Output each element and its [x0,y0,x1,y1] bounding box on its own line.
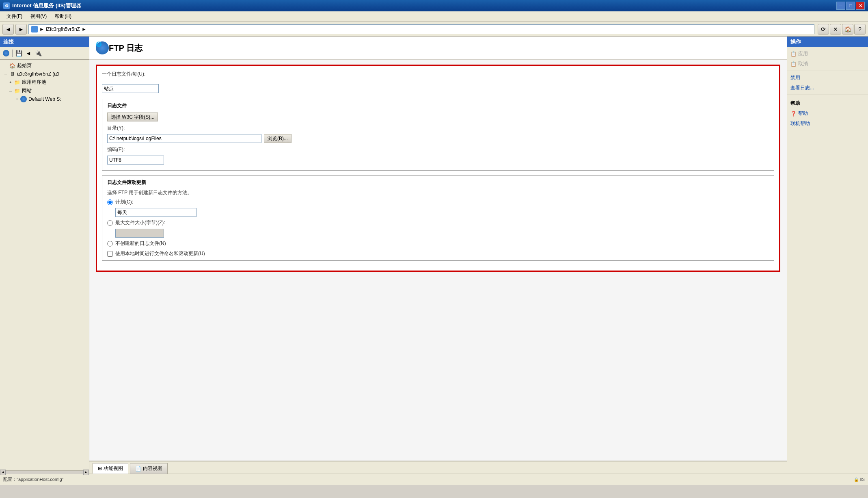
stop-button[interactable]: ✕ [830,24,841,35]
log-file-group: 日志文件 选择 W3C 字段(S)... 目录(Y): 浏览(B)... 编码(… [102,99,774,171]
action-divider2 [787,95,868,95]
encoding-select[interactable]: UTF8 ANSI [107,156,164,165]
action-apply[interactable]: 📋 应用 [787,49,868,59]
tree-item-sites[interactable]: ─ 📁 网站 [2,87,87,95]
forward-button[interactable]: ► [15,24,27,35]
rollover-desc-row: 选择 FTP 用于创建新日志文件的方法。 [107,189,769,196]
encoding-row: 编码(E): [107,146,769,153]
max-size-radio-item: 最大文件大小(字节)(Z): [107,219,769,226]
sidebar-tree: 🏠 起始页 ─ 🖥 iZfc3rgfh5vr5nZ (iZf + 📁 应用程序池… [0,60,89,470]
action-help[interactable]: ❓ 帮助 [787,108,868,119]
sidebar-header: 连接 [0,37,89,47]
browse-button[interactable]: 浏览(B)... [264,134,291,143]
sidebar-connect-icon[interactable]: 🔌 [34,49,43,58]
cancel-icon: 📋 [790,61,797,67]
schedule-select[interactable]: 每天 每小时 每周 每月 [115,208,196,217]
encoding-dropdown-wrapper: UTF8 ANSI [107,156,164,165]
action-onlinehelp[interactable]: 联机帮助 [787,119,868,129]
help-section: 帮助 ❓ 帮助 联机帮助 [787,98,868,129]
directory-label: 目录(Y): [107,125,125,132]
content-header: 🌐 FTP 日志 [89,37,787,60]
status-right: 🔒 IIS [854,477,865,482]
rollover-title: 日志文件滚动更新 [107,179,769,186]
local-time-label: 使用本地时间进行文件命名和滚动更新(U) [115,250,205,257]
content-area: 🌐 FTP 日志 一个日志文件/每(U): 站点 服务器 [89,37,787,474]
tab-feature-view[interactable]: ⊞ 功能视图 [93,463,128,474]
cancel-label: 取消 [798,61,808,67]
tree-item-home[interactable]: 🏠 起始页 [2,61,87,70]
bottom-tabs: ⊞ 功能视图 📄 内容视图 [89,461,787,474]
address-icon [31,26,38,32]
expander-server: ─ [3,71,8,76]
address-end-arrow: ► [82,26,86,32]
directory-input-row: 浏览(B)... [107,134,769,143]
schedule-dropdown-wrapper: 每天 每小时 每周 每月 [115,208,196,217]
title-bar: ⚙ Internet 信息服务 (IIS)管理器 ─ □ ✕ [0,0,868,11]
icon-home: 🏠 [9,63,15,69]
tab-content-view[interactable]: 📄 内容视图 [130,463,168,474]
no-new-file-radio[interactable] [107,241,113,247]
per-file-dropdown-row: 站点 服务器 [102,84,774,93]
disable-label: 禁用 [790,74,800,81]
action-disable[interactable]: 禁用 [787,73,868,83]
address-path[interactable]: ► iZfc3rgfh5vr5nZ ► [28,24,814,34]
max-size-radio[interactable] [107,220,113,226]
per-file-select[interactable]: 站点 服务器 [102,84,159,93]
max-size-input[interactable] [115,229,164,238]
address-icon-arrow: ► [39,26,44,32]
address-text: iZfc3rgfh5vr5nZ [46,26,80,32]
icon-defaultweb [20,96,27,102]
label-sites: 网站 [22,87,32,94]
apply-label: 应用 [798,50,808,57]
back-button[interactable]: ◄ [2,24,14,35]
sidebar-save-button[interactable]: 💾 [14,49,23,58]
menu-file[interactable]: 文件(F) [3,12,26,21]
max-size-input-row [115,229,769,238]
menu-bar: 文件(F) 视图(V) 帮助(H) [0,11,868,22]
max-size-label: 最大文件大小(字节)(Z): [115,219,165,226]
per-file-label: 一个日志文件/每(U): [102,71,145,78]
menu-help[interactable]: 帮助(H) [52,12,75,21]
encoding-label: 编码(E): [107,146,125,153]
action-viewlog[interactable]: 查看日志... [787,83,868,93]
form-area: 一个日志文件/每(U): 站点 服务器 日志文件 选择 W3C 字段(S)... [89,60,787,464]
close-button[interactable]: ✕ [856,2,865,10]
expander-home [3,63,8,68]
tree-item-server[interactable]: ─ 🖥 iZfc3rgfh5vr5nZ (iZf [2,70,87,78]
menu-view[interactable]: 视图(V) [27,12,50,21]
help-icon: ❓ [790,111,797,117]
help-button-toolbar[interactable]: ? [854,24,866,35]
rollover-group: 日志文件滚动更新 选择 FTP 用于创建新日志文件的方法。 计划(C): [102,175,774,261]
app-title: Internet 信息服务 (IIS)管理器 [12,2,81,9]
select-fields-row: 选择 W3C 字段(S)... [107,113,769,121]
schedule-radio[interactable] [107,199,113,205]
rollover-description: 选择 FTP 用于创建新日志文件的方法。 [107,189,192,196]
scroll-right[interactable]: ► [83,470,89,475]
schedule-radio-item: 计划(C): [107,199,769,206]
tab-feature-icon: ⊞ [98,466,102,471]
refresh-button[interactable]: ⟳ [818,24,829,35]
apply-icon: 📋 [790,51,797,57]
toolbar-buttons: ⟳ ✕ 🏠 ? [818,24,866,35]
tree-item-apppool[interactable]: + 📁 应用程序池 [2,78,87,87]
minimize-button[interactable]: ─ [836,2,845,10]
sidebar-back-icon[interactable]: ◄ [24,49,33,58]
scroll-track [6,471,83,474]
sidebar-scrollbar[interactable]: ◄ ► [0,470,89,474]
local-time-checkbox[interactable] [107,251,113,257]
action-cancel[interactable]: 📋 取消 [787,59,868,69]
scroll-left[interactable]: ◄ [0,470,6,475]
no-new-file-label: 不创建新的日志文件(N) [115,240,166,247]
red-section: 一个日志文件/每(U): 站点 服务器 日志文件 选择 W3C 字段(S)... [96,65,780,272]
help-label: 帮助 [798,110,808,117]
directory-input[interactable] [107,134,261,143]
directory-row: 目录(Y): [107,125,769,132]
no-new-file-radio-item: 不创建新的日志文件(N) [107,240,769,247]
maximize-button[interactable]: □ [846,2,855,10]
log-file-title: 日志文件 [107,102,769,109]
tree-item-defaultweb[interactable]: + Default Web S: [2,95,87,103]
onlinehelp-label: 联机帮助 [790,120,810,127]
right-panel: 操作 📋 应用 📋 取消 禁用 查看日志... 帮助 ❓ 帮助 [787,37,868,474]
select-fields-button[interactable]: 选择 W3C 字段(S)... [107,113,158,121]
home-button[interactable]: 🏠 [842,24,853,35]
